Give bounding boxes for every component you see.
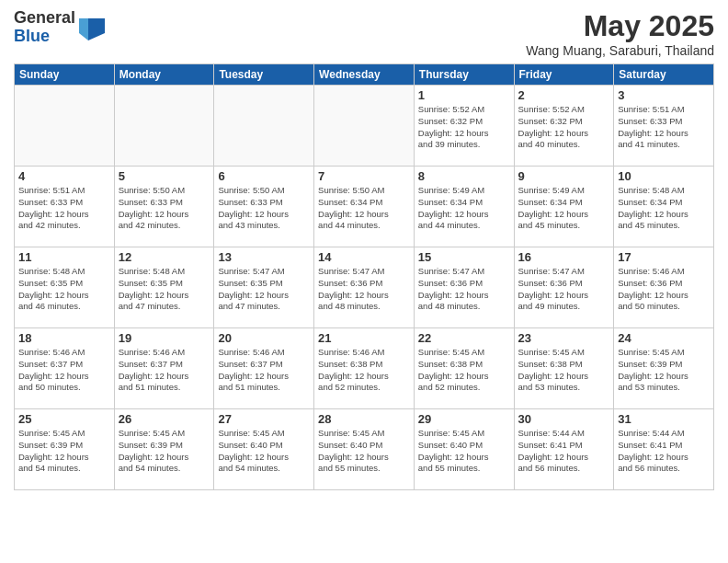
page: General Blue May 2025 Wang Muang, Sarabu… <box>0 0 728 563</box>
day-number: 11 <box>18 250 110 264</box>
table-row <box>114 86 214 167</box>
day-info: Sunrise: 5:47 AM Sunset: 6:36 PM Dayligh… <box>418 266 510 313</box>
table-row: 11Sunrise: 5:48 AM Sunset: 6:35 PM Dayli… <box>15 247 115 328</box>
calendar-header-row: Sunday Monday Tuesday Wednesday Thursday… <box>15 64 714 86</box>
calendar: Sunday Monday Tuesday Wednesday Thursday… <box>14 63 714 490</box>
day-number: 10 <box>618 169 710 183</box>
day-number: 26 <box>119 412 210 426</box>
day-number: 22 <box>418 331 510 345</box>
table-row: 3Sunrise: 5:51 AM Sunset: 6:33 PM Daylig… <box>614 86 714 167</box>
day-number: 25 <box>18 412 110 426</box>
table-row: 16Sunrise: 5:47 AM Sunset: 6:36 PM Dayli… <box>514 247 614 328</box>
day-info: Sunrise: 5:46 AM Sunset: 6:37 PM Dayligh… <box>218 347 310 394</box>
day-number: 2 <box>518 88 610 102</box>
calendar-week-row: 4Sunrise: 5:51 AM Sunset: 6:33 PM Daylig… <box>15 167 714 247</box>
table-row: 24Sunrise: 5:45 AM Sunset: 6:39 PM Dayli… <box>614 328 714 409</box>
calendar-body: 1Sunrise: 5:52 AM Sunset: 6:32 PM Daylig… <box>15 86 714 490</box>
logo: General Blue <box>14 9 105 46</box>
table-row: 17Sunrise: 5:46 AM Sunset: 6:36 PM Dayli… <box>614 247 714 328</box>
table-row: 31Sunrise: 5:44 AM Sunset: 6:41 PM Dayli… <box>614 409 714 490</box>
table-row: 30Sunrise: 5:44 AM Sunset: 6:41 PM Dayli… <box>514 409 614 490</box>
table-row: 1Sunrise: 5:52 AM Sunset: 6:32 PM Daylig… <box>414 86 514 167</box>
day-number: 7 <box>318 169 410 183</box>
day-number: 14 <box>318 250 410 264</box>
day-number: 4 <box>18 169 110 183</box>
table-row: 15Sunrise: 5:47 AM Sunset: 6:36 PM Dayli… <box>414 247 514 328</box>
day-number: 21 <box>318 331 410 345</box>
svg-marker-1 <box>79 18 88 40</box>
day-number: 24 <box>618 331 710 345</box>
day-info: Sunrise: 5:44 AM Sunset: 6:41 PM Dayligh… <box>618 428 710 475</box>
col-header-thursday: Thursday <box>414 64 514 86</box>
day-info: Sunrise: 5:46 AM Sunset: 6:38 PM Dayligh… <box>318 347 410 394</box>
table-row: 26Sunrise: 5:45 AM Sunset: 6:39 PM Dayli… <box>114 409 214 490</box>
table-row: 19Sunrise: 5:46 AM Sunset: 6:37 PM Dayli… <box>114 328 214 409</box>
day-number: 20 <box>218 331 310 345</box>
table-row: 4Sunrise: 5:51 AM Sunset: 6:33 PM Daylig… <box>15 167 115 247</box>
table-row: 14Sunrise: 5:47 AM Sunset: 6:36 PM Dayli… <box>314 247 415 328</box>
calendar-week-row: 11Sunrise: 5:48 AM Sunset: 6:35 PM Dayli… <box>15 247 714 328</box>
table-row: 7Sunrise: 5:50 AM Sunset: 6:34 PM Daylig… <box>314 167 415 247</box>
calendar-week-row: 18Sunrise: 5:46 AM Sunset: 6:37 PM Dayli… <box>15 328 714 409</box>
col-header-saturday: Saturday <box>614 64 714 86</box>
day-info: Sunrise: 5:50 AM Sunset: 6:34 PM Dayligh… <box>318 185 410 232</box>
table-row: 20Sunrise: 5:46 AM Sunset: 6:37 PM Dayli… <box>214 328 314 409</box>
day-info: Sunrise: 5:50 AM Sunset: 6:33 PM Dayligh… <box>218 185 310 232</box>
day-number: 31 <box>618 412 710 426</box>
svg-marker-0 <box>88 18 105 40</box>
location: Wang Muang, Saraburi, Thailand <box>526 43 714 58</box>
table-row: 21Sunrise: 5:46 AM Sunset: 6:38 PM Dayli… <box>314 328 415 409</box>
table-row: 9Sunrise: 5:49 AM Sunset: 6:34 PM Daylig… <box>514 167 614 247</box>
calendar-week-row: 1Sunrise: 5:52 AM Sunset: 6:32 PM Daylig… <box>15 86 714 167</box>
day-number: 15 <box>418 250 510 264</box>
day-number: 29 <box>418 412 510 426</box>
table-row: 13Sunrise: 5:47 AM Sunset: 6:35 PM Dayli… <box>214 247 314 328</box>
day-number: 13 <box>218 250 310 264</box>
day-info: Sunrise: 5:45 AM Sunset: 6:39 PM Dayligh… <box>119 428 210 475</box>
table-row: 2Sunrise: 5:52 AM Sunset: 6:32 PM Daylig… <box>514 86 614 167</box>
day-number: 28 <box>318 412 410 426</box>
day-number: 6 <box>218 169 310 183</box>
day-info: Sunrise: 5:51 AM Sunset: 6:33 PM Dayligh… <box>618 104 710 151</box>
table-row: 22Sunrise: 5:45 AM Sunset: 6:38 PM Dayli… <box>414 328 514 409</box>
day-info: Sunrise: 5:45 AM Sunset: 6:40 PM Dayligh… <box>418 428 510 475</box>
logo-blue: Blue <box>14 28 75 46</box>
table-row: 29Sunrise: 5:45 AM Sunset: 6:40 PM Dayli… <box>414 409 514 490</box>
logo-icon <box>79 15 105 40</box>
day-info: Sunrise: 5:49 AM Sunset: 6:34 PM Dayligh… <box>518 185 610 232</box>
day-info: Sunrise: 5:51 AM Sunset: 6:33 PM Dayligh… <box>18 185 110 232</box>
day-info: Sunrise: 5:48 AM Sunset: 6:35 PM Dayligh… <box>18 266 110 313</box>
day-info: Sunrise: 5:45 AM Sunset: 6:38 PM Dayligh… <box>518 347 610 394</box>
day-number: 5 <box>119 169 210 183</box>
table-row: 8Sunrise: 5:49 AM Sunset: 6:34 PM Daylig… <box>414 167 514 247</box>
day-info: Sunrise: 5:44 AM Sunset: 6:41 PM Dayligh… <box>518 428 610 475</box>
header: General Blue May 2025 Wang Muang, Sarabu… <box>14 9 714 58</box>
day-number: 3 <box>618 88 710 102</box>
day-info: Sunrise: 5:48 AM Sunset: 6:35 PM Dayligh… <box>119 266 210 313</box>
calendar-week-row: 25Sunrise: 5:45 AM Sunset: 6:39 PM Dayli… <box>15 409 714 490</box>
table-row: 10Sunrise: 5:48 AM Sunset: 6:34 PM Dayli… <box>614 167 714 247</box>
logo-text: General Blue <box>14 9 75 46</box>
day-info: Sunrise: 5:46 AM Sunset: 6:36 PM Dayligh… <box>618 266 710 313</box>
day-info: Sunrise: 5:47 AM Sunset: 6:35 PM Dayligh… <box>218 266 310 313</box>
day-info: Sunrise: 5:50 AM Sunset: 6:33 PM Dayligh… <box>119 185 210 232</box>
table-row: 12Sunrise: 5:48 AM Sunset: 6:35 PM Dayli… <box>114 247 214 328</box>
day-number: 27 <box>218 412 310 426</box>
day-info: Sunrise: 5:46 AM Sunset: 6:37 PM Dayligh… <box>18 347 110 394</box>
day-info: Sunrise: 5:45 AM Sunset: 6:40 PM Dayligh… <box>318 428 410 475</box>
title-section: May 2025 Wang Muang, Saraburi, Thailand <box>526 9 714 58</box>
day-info: Sunrise: 5:47 AM Sunset: 6:36 PM Dayligh… <box>318 266 410 313</box>
table-row: 18Sunrise: 5:46 AM Sunset: 6:37 PM Dayli… <box>15 328 115 409</box>
table-row <box>214 86 314 167</box>
day-number: 12 <box>119 250 210 264</box>
table-row: 28Sunrise: 5:45 AM Sunset: 6:40 PM Dayli… <box>314 409 415 490</box>
day-number: 1 <box>418 88 510 102</box>
day-number: 18 <box>18 331 110 345</box>
col-header-sunday: Sunday <box>15 64 115 86</box>
col-header-monday: Monday <box>114 64 214 86</box>
table-row: 5Sunrise: 5:50 AM Sunset: 6:33 PM Daylig… <box>114 167 214 247</box>
month-title: May 2025 <box>526 9 714 43</box>
day-number: 19 <box>119 331 210 345</box>
day-info: Sunrise: 5:45 AM Sunset: 6:39 PM Dayligh… <box>18 428 110 475</box>
col-header-friday: Friday <box>514 64 614 86</box>
